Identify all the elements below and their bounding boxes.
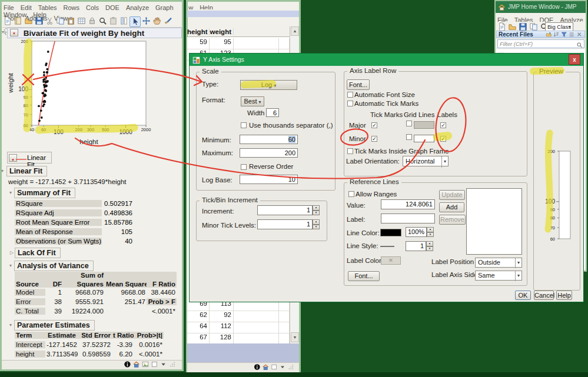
- table-cell[interactable]: [234, 311, 279, 322]
- auto-tick-checkbox[interactable]: [347, 101, 353, 106]
- menu-help[interactable]: Help: [200, 4, 213, 9]
- label-axis-side-dropdown[interactable]: Same▾: [475, 271, 522, 281]
- minor-tick-checkbox[interactable]: [371, 136, 377, 142]
- column-header: F Ratio: [147, 281, 177, 288]
- menu-file[interactable]: File: [497, 16, 508, 22]
- caret-icon[interactable]: [278, 363, 287, 371]
- major-labels-checkbox[interactable]: [440, 122, 446, 128]
- table-cell[interactable]: 62: [187, 311, 210, 322]
- table-cell[interactable]: [279, 38, 290, 49]
- home-icon[interactable]: [132, 361, 141, 369]
- increment-spinner[interactable]: ▲▼: [313, 205, 320, 215]
- maximum-field[interactable]: 200: [240, 148, 298, 158]
- update-button[interactable]: Update: [439, 190, 465, 200]
- log-base-field[interactable]: 10: [240, 175, 298, 184]
- parameter-estimates-header[interactable]: Parameter Estimates: [14, 320, 95, 331]
- folder-add-icon[interactable]: [545, 31, 552, 38]
- table-cell[interactable]: [234, 322, 279, 333]
- help-button[interactable]: Help: [556, 291, 572, 300]
- reverse-order-checkbox[interactable]: [241, 164, 247, 170]
- major-grid-color-swatch[interactable]: [414, 121, 434, 129]
- minor-labels-checkbox[interactable]: [440, 136, 446, 142]
- label-orientation-dropdown[interactable]: Horizontal▾: [403, 156, 449, 166]
- allow-ranges-checkbox[interactable]: [348, 191, 354, 197]
- line-style-field[interactable]: 1: [406, 241, 426, 251]
- ref-font-button[interactable]: Font...: [348, 271, 380, 281]
- reference-lines-listbox[interactable]: [466, 188, 522, 255]
- line-opacity-field[interactable]: 100%: [406, 227, 427, 237]
- label-position-dropdown[interactable]: Outside▾: [475, 258, 522, 268]
- table-cell[interactable]: [279, 311, 290, 322]
- column-header-height[interactable]: height: [187, 28, 210, 35]
- disclosure-icon[interactable]: ▷: [10, 250, 14, 255]
- home-icon[interactable]: [261, 363, 270, 371]
- checkbox-icon[interactable]: [270, 363, 278, 371]
- scatter-plot[interactable]: 40601002003005001000200060708090100200he…: [0, 0, 184, 153]
- increment-field[interactable]: 1: [257, 205, 313, 215]
- scroll-up-arrow[interactable]: ▲: [291, 26, 299, 36]
- recent-files-filter[interactable]: Filter (Ctrl+F): [497, 39, 584, 48]
- info-icon[interactable]: [123, 361, 131, 369]
- caret-icon[interactable]: [159, 361, 167, 369]
- menu-window[interactable]: Window: [188, 4, 193, 9]
- minor-grid-checkbox[interactable]: [406, 134, 412, 140]
- dialog-title-bar[interactable]: Y Axis Settings x: [190, 54, 583, 66]
- thousands-checkbox[interactable]: [241, 122, 247, 128]
- ref-label-field[interactable]: [381, 213, 435, 223]
- disclosure-icon[interactable]: ▾: [9, 190, 12, 195]
- minor-tick-levels-spinner[interactable]: ▲▼: [313, 219, 320, 229]
- ok-button[interactable]: OK: [515, 291, 531, 300]
- minimum-field[interactable]: 60: [240, 135, 298, 144]
- ticks-inside-checkbox[interactable]: [347, 148, 353, 154]
- filter-icon[interactable]: [560, 31, 567, 38]
- table-cell[interactable]: 59: [187, 38, 210, 49]
- line-style-spinner[interactable]: ▲▼: [426, 241, 433, 251]
- table-cell[interactable]: 95: [210, 38, 234, 49]
- label-color-swatch[interactable]: ✕: [381, 256, 401, 265]
- major-tick-checkbox[interactable]: [371, 122, 377, 128]
- grip-icon[interactable]: [168, 361, 177, 369]
- menu-analyze[interactable]: Analyze: [560, 16, 583, 22]
- scroll-down-arrow[interactable]: ▼: [291, 332, 299, 342]
- format-dropdown[interactable]: Best ▾: [241, 96, 264, 106]
- column-header-weight[interactable]: weight: [210, 28, 234, 35]
- ref-value-field[interactable]: 124.8061: [381, 199, 435, 209]
- recent-files-header[interactable]: Recent Files: [496, 31, 585, 38]
- major-grid-checkbox[interactable]: [406, 121, 412, 126]
- axis-font-button[interactable]: Font...: [347, 79, 370, 90]
- table-cell[interactable]: 92: [210, 311, 234, 322]
- home-title-bar[interactable]: JMP Home Window - JMP: [496, 1, 586, 13]
- anova-header[interactable]: Analysis of Variance: [14, 261, 94, 271]
- line-color-swatch[interactable]: [380, 229, 401, 236]
- minor-grid-color-swatch[interactable]: [414, 135, 434, 142]
- image-icon[interactable]: [141, 361, 150, 369]
- table-cell[interactable]: 64: [187, 322, 210, 333]
- menu-tables[interactable]: Tables: [514, 16, 533, 22]
- disclosure-icon[interactable]: ▾: [1, 168, 4, 174]
- cancel-button[interactable]: Cancel: [534, 291, 554, 300]
- grip-icon[interactable]: [287, 363, 295, 371]
- width-field[interactable]: 6: [266, 108, 279, 117]
- close-icon[interactable]: x: [569, 54, 580, 65]
- add-button[interactable]: Add: [439, 202, 464, 212]
- linear-fit-header[interactable]: Linear Fit: [6, 166, 47, 176]
- checkbox-icon[interactable]: [150, 361, 158, 369]
- disclosure-icon[interactable]: ▾: [9, 263, 12, 268]
- menu-doe[interactable]: DOE: [540, 16, 554, 22]
- remove-button[interactable]: Remove: [439, 215, 466, 225]
- scale-type-dropdown[interactable]: Log ▾: [240, 80, 297, 90]
- sort-icon[interactable]: [553, 31, 560, 38]
- table-cell[interactable]: 112: [210, 322, 234, 333]
- list-icon[interactable]: [568, 31, 575, 38]
- info-icon[interactable]: [253, 363, 261, 371]
- summary-of-fit-header[interactable]: Summary of Fit: [14, 188, 75, 198]
- table-cell[interactable]: [279, 322, 290, 333]
- stat-cell: 37.52372: [77, 341, 112, 348]
- disclosure-icon[interactable]: ▾: [9, 322, 12, 328]
- auto-font-checkbox[interactable]: [347, 92, 353, 98]
- lack-of-fit-header[interactable]: Lack Of Fit: [15, 248, 61, 258]
- line-opacity-spinner[interactable]: ▲▼: [427, 227, 434, 237]
- table-cell[interactable]: [234, 38, 279, 49]
- close-icon[interactable]: [576, 31, 583, 38]
- minor-tick-levels-field[interactable]: 1: [257, 219, 313, 229]
